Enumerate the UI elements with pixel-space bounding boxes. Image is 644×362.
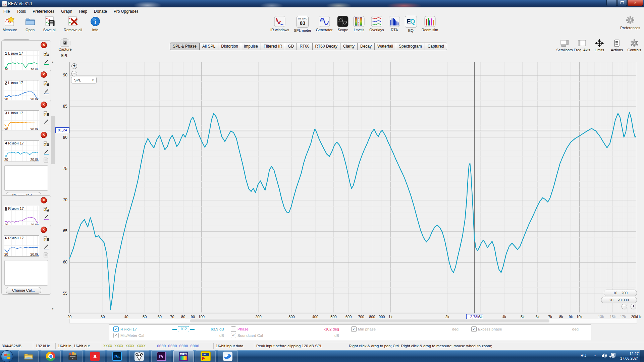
remove-measurement-icon[interactable]: ×	[41, 197, 47, 203]
min-phase-checkbox[interactable]	[351, 326, 357, 332]
measurement-save-icon[interactable]	[44, 236, 49, 241]
minimize-button[interactable]: —	[606, 0, 617, 6]
smoothing-badge[interactable]: 1/12	[178, 326, 189, 332]
measurement-card-6[interactable]: × 6 R июн 17 2020,0k Change Cal...	[1, 225, 51, 295]
excess-phase-checkbox[interactable]	[471, 326, 477, 332]
measurement-card-1[interactable]: × 1 L июн 17 2020,0k	[1, 40, 51, 73]
remove-measurement-icon[interactable]: ×	[41, 71, 47, 78]
tab-impulse[interactable]: Impulse	[241, 43, 261, 50]
soundcard-cal-checkbox[interactable]	[231, 333, 236, 338]
toolbar-generator-button[interactable]: Generator	[316, 16, 333, 33]
change-cal-button[interactable]: Change Cal...	[6, 287, 41, 294]
measurement-thumbnail[interactable]: 1 L июн 17 2020,0k	[4, 51, 39, 72]
sidebar-scrollbar[interactable]	[51, 116, 55, 164]
volume-icon[interactable]	[601, 353, 607, 360]
toolbar-info-button[interactable]: iInfo	[90, 16, 101, 32]
measurement-save-icon[interactable]	[44, 206, 49, 212]
measurement-card-5[interactable]: × 5 R июн 17 2020,0k	[1, 195, 51, 228]
measurement-save-icon[interactable]	[44, 111, 49, 116]
menu-file[interactable]: File	[0, 8, 13, 15]
measurement-notes[interactable]	[4, 165, 48, 191]
zoom-out-icon[interactable]: −	[71, 71, 77, 76]
taskbar-toolbox-button[interactable]	[63, 350, 83, 362]
tab-rt60[interactable]: RT60	[297, 43, 312, 50]
menu-donate[interactable]: Donate	[91, 8, 110, 15]
toolbar-rta-button[interactable]: RTA	[389, 16, 400, 33]
taskbar-amd-button[interactable]: a	[85, 350, 105, 362]
measurement-save-icon[interactable]	[44, 81, 49, 86]
pencil-icon[interactable]	[44, 119, 49, 124]
language-indicator[interactable]: RU	[581, 353, 586, 358]
graph-h-scrollbar[interactable]	[69, 319, 637, 323]
toolbar-ir-windows-button[interactable]: IR windows	[270, 16, 289, 33]
menu-graph[interactable]: Graph	[58, 8, 75, 15]
graph-zoom-out-icon[interactable]: −	[622, 304, 627, 309]
actions-button[interactable]: Actions	[609, 39, 625, 52]
scroll-up-icon[interactable]: ▲	[51, 61, 55, 64]
limits-button[interactable]: Limits	[592, 39, 607, 52]
toolbar-measure-button[interactable]: Measure	[3, 16, 17, 32]
tab-decay[interactable]: Decay	[358, 43, 375, 50]
tray-expand-icon[interactable]: ▲	[594, 354, 596, 357]
pencil-icon[interactable]	[44, 215, 49, 220]
tab-all-spl[interactable]: All SPL	[200, 43, 218, 50]
freq-axis-button[interactable]: Freq. Axis	[574, 39, 590, 52]
tab-clarity[interactable]: Clarity	[340, 43, 358, 50]
taskbar-explorer-button[interactable]	[18, 350, 39, 362]
pencil-icon[interactable]	[44, 89, 49, 94]
graph-zoom-in-icon[interactable]: +	[631, 304, 636, 309]
measurement-save-icon[interactable]	[44, 51, 49, 56]
toolbar-save-all-button[interactable]: Save all	[43, 16, 56, 32]
pencil-icon[interactable]	[44, 244, 49, 249]
measurement-thumbnail[interactable]: 4 R июн 17 2020,0k	[4, 140, 39, 162]
toolbar-open-button[interactable]: Open	[24, 16, 36, 32]
tab-spl-phase[interactable]: SPL & Phase	[170, 43, 200, 50]
tab-filtered-ir[interactable]: Filtered IR	[261, 43, 285, 50]
controls-button[interactable]: Controls	[627, 39, 642, 52]
measurement-thumbnail[interactable]: 6 R июн 17 2020,0k	[4, 235, 39, 257]
measurement-thumbnail[interactable]: 3 L июн 17 2020,0k	[4, 110, 39, 132]
measurement-card-3[interactable]: × 3 L июн 17 2020,0k	[1, 100, 51, 133]
toolbar-spl-meter-button[interactable]: dB SPL83SPL meter	[294, 16, 311, 33]
clock[interactable]: 12:27 17.06.2024	[618, 351, 639, 361]
pencil-icon[interactable]	[44, 59, 49, 65]
tab-rt60-decay[interactable]: RT60 Decay	[313, 43, 340, 50]
measurement-card-4[interactable]: × 4 R июн 17 2020,0k Change Cal...	[1, 130, 51, 200]
scrollbars-button[interactable]: Scrollbars	[557, 39, 572, 52]
taskbar-foobar2000-button[interactable]	[129, 350, 149, 362]
menu-tools[interactable]: Tools	[13, 8, 29, 15]
taskbar-media-player-button[interactable]	[218, 350, 238, 362]
toolbar-overlays-button[interactable]: Overlays	[369, 16, 384, 33]
capture-button[interactable]: Capture	[57, 38, 73, 51]
measurement-checkbox[interactable]	[113, 326, 119, 332]
trace-selector-dropdown[interactable]: SPL	[71, 77, 97, 83]
tab-gd[interactable]: GD	[285, 43, 297, 50]
taskbar-klite-button[interactable]: 321	[196, 350, 216, 362]
scroll-down-icon[interactable]: ▼	[51, 307, 55, 310]
measurement-thumbnail[interactable]: 2 L июн 17 2020,0k	[4, 80, 39, 102]
toolbar-levels-button[interactable]: 0369Levels	[353, 16, 365, 33]
notes-icon[interactable]	[44, 158, 48, 163]
close-button[interactable]: ×	[627, 0, 643, 6]
measurement-notes[interactable]	[4, 260, 48, 286]
pencil-icon[interactable]	[44, 149, 49, 155]
taskbar-rew-button[interactable]: REW	[173, 350, 194, 362]
menu-help[interactable]: Help	[75, 8, 91, 15]
measurement-card-2[interactable]: × 2 L июн 17 2020,0k	[1, 70, 51, 103]
remove-measurement-icon[interactable]: ×	[41, 132, 47, 138]
menu-pro-upgrades[interactable]: Pro Upgrades	[110, 8, 142, 15]
tab-distortion[interactable]: Distortion	[218, 43, 241, 50]
plot-area[interactable]	[69, 62, 636, 313]
network-icon[interactable]	[609, 353, 616, 360]
toolbar-eq-button[interactable]: EQEQ	[405, 16, 417, 33]
tab-waterfall[interactable]: Waterfall	[375, 43, 396, 50]
freq-range-10-200-button[interactable]: 10 .. 200	[604, 290, 637, 296]
measurement-thumbnail[interactable]: 5 R июн 17 2020,0k	[4, 206, 39, 227]
toolbar-room-sim-button[interactable]: Room sim	[422, 16, 438, 33]
preferences-button[interactable]: Preferences	[619, 15, 641, 30]
freq-range-20-20000-button[interactable]: 20 .. 20 000	[601, 297, 637, 303]
remove-measurement-icon[interactable]: ×	[41, 227, 47, 233]
remove-measurement-icon[interactable]: ×	[41, 102, 47, 108]
menu-preferences[interactable]: Preferences	[29, 8, 58, 15]
phase-checkbox[interactable]	[231, 326, 236, 332]
